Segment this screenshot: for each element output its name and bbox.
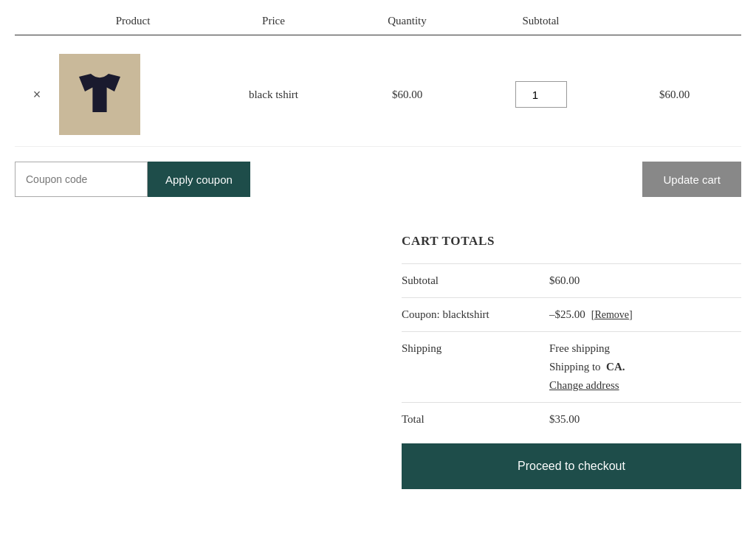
cart-actions: Apply coupon Update cart (15, 147, 741, 212)
shipping-method: Free shipping (549, 342, 625, 355)
table-row: × black tshirt $60.00 $60.00 (15, 43, 741, 147)
remove-coupon-link[interactable]: [Remove] (591, 309, 633, 321)
cart-totals: CART TOTALS Subtotal $60.00 Coupon: blac… (402, 234, 741, 489)
quantity-cell (474, 81, 608, 108)
tshirt-icon (70, 65, 129, 124)
subtotal-value: $60.00 (549, 274, 580, 287)
cart-table-header: Product Price Quantity Subtotal (15, 15, 741, 35)
total-value: $35.00 (549, 413, 580, 426)
change-address-link[interactable]: Change address (549, 379, 625, 392)
remove-item-button[interactable]: × (33, 87, 41, 103)
product-image (59, 54, 140, 135)
shipping-value: Free shipping Shipping to CA. Change add… (549, 342, 625, 392)
total-row: Total $35.00 (402, 402, 741, 436)
coupon-section: Apply coupon (15, 162, 250, 197)
proceed-to-checkout-button[interactable]: Proceed to checkout (402, 443, 741, 489)
total-label: Total (402, 413, 549, 426)
apply-coupon-button[interactable]: Apply coupon (148, 162, 250, 197)
cart-totals-section: CART TOTALS Subtotal $60.00 Coupon: blac… (15, 234, 741, 489)
shipping-to: Shipping to CA. (549, 361, 625, 373)
product-price: $60.00 (340, 89, 474, 101)
header-price: Price (207, 15, 340, 27)
coupon-value: –$25.00 [Remove] (549, 308, 633, 321)
header-quantity: Quantity (340, 15, 474, 27)
update-cart-button[interactable]: Update cart (642, 162, 741, 197)
coupon-row: Coupon: blacktshirt –$25.00 [Remove] (402, 297, 741, 331)
header-subtotal: Subtotal (474, 15, 608, 27)
product-name: black tshirt (207, 89, 340, 101)
subtotal-label: Subtotal (402, 274, 549, 287)
subtotal-row: Subtotal $60.00 (402, 263, 741, 297)
coupon-input[interactable] (15, 162, 148, 197)
shipping-row: Shipping Free shipping Shipping to CA. C… (402, 331, 741, 402)
quantity-stepper[interactable] (515, 81, 567, 108)
product-subtotal: $60.00 (608, 89, 741, 101)
cart-totals-title: CART TOTALS (402, 234, 741, 249)
coupon-label: Coupon: blacktshirt (402, 308, 549, 321)
coupon-discount: –$25.00 (549, 308, 585, 321)
shipping-label: Shipping (402, 342, 549, 355)
header-product: Product (59, 15, 207, 27)
